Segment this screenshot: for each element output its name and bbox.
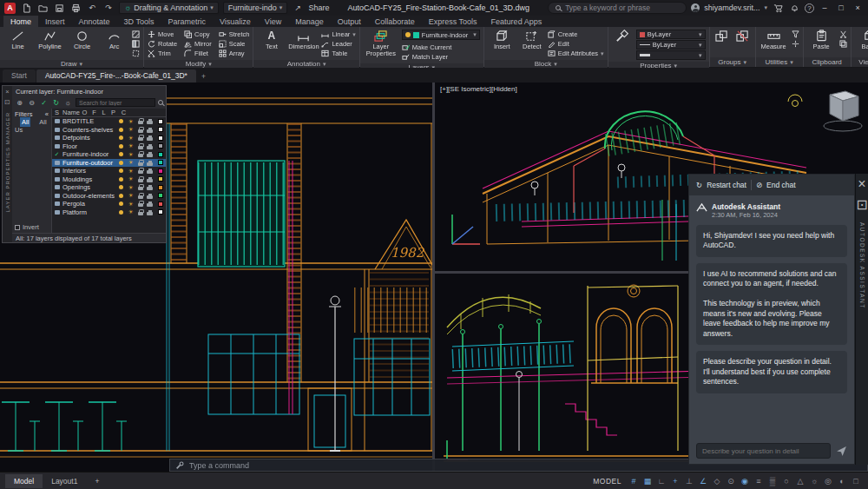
mirror-button[interactable]: Mirror bbox=[184, 39, 212, 49]
command-prompt-placeholder[interactable]: Type a command bbox=[189, 461, 249, 470]
layer-freeze-icon[interactable]: ☀ bbox=[128, 201, 134, 208]
panel-label-modify[interactable]: Modify▾ bbox=[144, 60, 253, 68]
layer-color-swatch[interactable] bbox=[158, 119, 163, 124]
layer-row[interactable]: ✓ Openings ☀ bbox=[52, 183, 166, 192]
object-snap-icon[interactable]: ◉ bbox=[738, 475, 752, 487]
layer-name[interactable]: Defpoints bbox=[62, 134, 116, 142]
layer-color-swatch[interactable] bbox=[158, 169, 163, 174]
restore-button[interactable]: □ bbox=[835, 3, 847, 12]
delete-layer-icon[interactable]: ⊖ bbox=[27, 99, 36, 107]
ribbon-tab[interactable]: Collaborate bbox=[368, 16, 422, 27]
autocad-logo-icon[interactable]: A bbox=[4, 3, 16, 14]
layer-color-swatch[interactable] bbox=[158, 202, 163, 207]
layer-color-swatch[interactable] bbox=[158, 135, 163, 141]
layer-plot-icon[interactable] bbox=[147, 162, 153, 166]
id-point-button[interactable] bbox=[792, 39, 799, 49]
layer-lock-icon[interactable] bbox=[138, 179, 143, 182]
arc-button[interactable]: Arc bbox=[100, 29, 128, 50]
match-properties-button[interactable] bbox=[612, 29, 633, 43]
layer-color-swatch[interactable] bbox=[158, 193, 163, 198]
match-layer-button[interactable]: Match Layer bbox=[402, 52, 480, 62]
layer-freeze-icon[interactable]: ☀ bbox=[128, 208, 134, 215]
layer-name[interactable]: Platform bbox=[62, 208, 116, 216]
column-status[interactable]: S bbox=[52, 109, 62, 116]
qat-layer-dropdown[interactable]: Furniture-indo ▾ bbox=[223, 2, 288, 14]
layer-lock-icon[interactable] bbox=[138, 137, 143, 141]
scale-button[interactable]: Scale bbox=[219, 39, 250, 49]
ribbon-tab[interactable]: Express Tools bbox=[422, 16, 484, 27]
ribbon-tab[interactable]: 3D Tools bbox=[117, 16, 161, 27]
polar-tracking-icon[interactable]: ∠ bbox=[696, 475, 710, 487]
layer-lock-icon[interactable] bbox=[138, 162, 143, 166]
edit-attributes-button[interactable]: Edit Attributes▾ bbox=[548, 49, 604, 58]
array-button[interactable]: Array bbox=[219, 49, 250, 58]
dynamic-input-icon[interactable]: + bbox=[668, 475, 682, 487]
ortho-icon[interactable]: ⊥ bbox=[682, 475, 696, 487]
layer-freeze-icon[interactable]: ☀ bbox=[128, 159, 134, 166]
osnap-tracking-icon[interactable]: ⊙ bbox=[724, 475, 738, 487]
customize-wrench-icon[interactable] bbox=[175, 461, 184, 470]
layer-name[interactable]: Furniture-indoor bbox=[62, 150, 116, 158]
restart-chat-button[interactable]: Restart chat bbox=[707, 181, 746, 189]
new-layer-icon[interactable]: ⊕ bbox=[15, 99, 24, 107]
layer-row[interactable]: ✓ Platform ☀ bbox=[52, 208, 166, 217]
copy-clip-button[interactable] bbox=[839, 39, 847, 49]
user-name[interactable]: shiyamdev.srit... bbox=[704, 3, 760, 12]
palette-properties-icon[interactable]: ⊡ bbox=[4, 98, 10, 106]
column-name[interactable]: Name bbox=[62, 109, 80, 116]
cart-icon[interactable] bbox=[772, 3, 784, 14]
ribbon-tab[interactable]: Visualize bbox=[213, 16, 258, 27]
layer-color-swatch[interactable] bbox=[158, 176, 163, 182]
move-button[interactable]: Move bbox=[148, 30, 177, 39]
stretch-button[interactable]: Stretch bbox=[219, 30, 250, 39]
infer-constraints-icon[interactable]: ∟ bbox=[654, 475, 668, 487]
new-layout-button[interactable]: + bbox=[86, 474, 108, 488]
new-file-icon[interactable] bbox=[20, 3, 32, 14]
close-button[interactable]: × bbox=[852, 3, 864, 12]
layer-on-icon[interactable] bbox=[119, 119, 123, 123]
refresh-icon[interactable]: ↻ bbox=[51, 99, 61, 107]
layer-on-icon[interactable] bbox=[119, 185, 123, 189]
column-lock[interactable]: L bbox=[99, 109, 108, 116]
grid-icon[interactable]: # bbox=[627, 475, 641, 487]
layer-on-icon[interactable] bbox=[119, 194, 123, 198]
end-chat-icon[interactable]: ⊘ bbox=[756, 181, 762, 189]
gradient-button[interactable] bbox=[132, 39, 140, 49]
invert-filter-checkbox[interactable] bbox=[15, 225, 20, 230]
redo-icon[interactable]: ↷ bbox=[102, 3, 115, 14]
settings-gear-icon[interactable]: ☼ bbox=[63, 99, 73, 107]
layer-on-icon[interactable] bbox=[119, 144, 123, 149]
linetype-dropdown[interactable]: ByLayer▾ bbox=[636, 40, 706, 50]
ribbon-tab[interactable]: Manage bbox=[288, 16, 331, 27]
hatch-button[interactable] bbox=[132, 30, 140, 39]
measure-button[interactable]: Measure bbox=[760, 29, 788, 50]
leader-button[interactable]: Leader bbox=[321, 39, 355, 49]
share-icon[interactable]: ↗ bbox=[292, 3, 304, 14]
layer-on-icon[interactable] bbox=[119, 202, 123, 206]
layer-control-dropdown[interactable]: Furniture-indoor ▾ bbox=[402, 30, 480, 40]
layer-lock-icon[interactable] bbox=[138, 203, 143, 207]
plot-icon[interactable] bbox=[69, 3, 82, 14]
layer-row[interactable]: ✓ Outdoor-elements ☀ bbox=[52, 192, 166, 201]
graphics-performance-icon[interactable]: ◐ bbox=[835, 475, 849, 487]
layer-on-icon[interactable] bbox=[119, 152, 123, 156]
layer-freeze-icon[interactable]: ☀ bbox=[128, 184, 134, 191]
palette-close-icon[interactable]: × bbox=[5, 88, 9, 96]
ribbon-tab[interactable]: Insert bbox=[38, 16, 72, 27]
layer-freeze-icon[interactable]: ☀ bbox=[128, 175, 134, 182]
annotation-monitor-icon[interactable]: △ bbox=[793, 475, 807, 487]
layer-row[interactable]: ✓ Mouldings ☀ bbox=[52, 175, 166, 184]
layer-name[interactable]: Interiors bbox=[62, 167, 116, 175]
save-icon[interactable] bbox=[53, 3, 65, 14]
layer-lock-icon[interactable] bbox=[138, 170, 143, 174]
layer-freeze-icon[interactable]: ☀ bbox=[128, 126, 134, 133]
layout1-tab[interactable]: Layout1 bbox=[43, 474, 86, 488]
minimize-button[interactable]: – bbox=[819, 3, 831, 12]
paste-button[interactable]: Paste bbox=[807, 29, 836, 50]
column-plot[interactable]: P bbox=[108, 109, 118, 116]
model-tab[interactable]: Model bbox=[5, 474, 43, 488]
layer-plot-icon[interactable] bbox=[147, 195, 153, 199]
layer-plot-icon[interactable] bbox=[147, 170, 153, 174]
layer-on-icon[interactable] bbox=[119, 169, 123, 173]
ungroup-button[interactable] bbox=[734, 29, 752, 43]
